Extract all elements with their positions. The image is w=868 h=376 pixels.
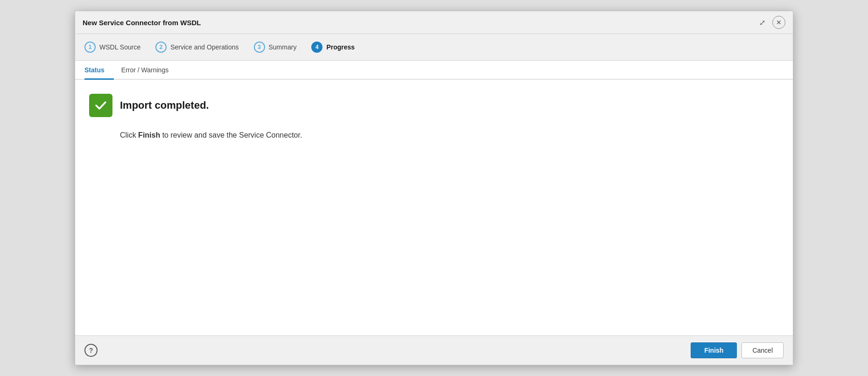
step-circle-2: 2 (155, 42, 167, 53)
step-label-3: Summary (269, 43, 297, 51)
step-circle-3: 3 (254, 42, 265, 53)
status-row: Import completed. (89, 94, 779, 117)
wizard-steps: 1 WSDL Source 2 Service and Operations 3… (75, 34, 793, 61)
footer-left: ? (84, 344, 98, 357)
finish-button[interactable]: Finish (691, 342, 737, 358)
step-label-1: WSDL Source (99, 43, 140, 51)
step-label-4: Progress (326, 43, 355, 51)
expand-icon: ⤢ (759, 18, 765, 27)
titlebar-actions: ⤢ ✕ (756, 16, 785, 29)
tabs-bar: Status Error / Warnings (75, 61, 793, 80)
cancel-button[interactable]: Cancel (742, 342, 784, 358)
footer-right: Finish Cancel (691, 342, 784, 358)
close-icon: ✕ (776, 19, 782, 26)
dialog-content: Status Error / Warnings Import completed… (75, 61, 793, 335)
description-bold: Finish (138, 131, 160, 139)
dialog-titlebar: New Service Connector from WSDL ⤢ ✕ (75, 11, 793, 34)
import-description: Click Finish to review and save the Serv… (120, 131, 779, 139)
help-button[interactable]: ? (84, 344, 98, 357)
description-suffix: to review and save the Service Connector… (160, 131, 302, 139)
wizard-step-2[interactable]: 2 Service and Operations (155, 42, 238, 53)
step-label-2: Service and Operations (170, 43, 238, 51)
wizard-step-1[interactable]: 1 WSDL Source (84, 42, 140, 53)
import-title: Import completed. (120, 94, 209, 117)
checkmark-svg (94, 99, 107, 112)
close-button[interactable]: ✕ (772, 16, 785, 29)
wizard-step-4[interactable]: 4 Progress (311, 42, 355, 53)
step-circle-4: 4 (311, 42, 322, 53)
help-icon: ? (89, 347, 93, 354)
step-circle-1: 1 (84, 42, 96, 53)
description-prefix: Click (120, 131, 138, 139)
success-icon (89, 94, 112, 117)
tab-content-status: Import completed. Click Finish to review… (75, 80, 793, 335)
wizard-step-3[interactable]: 3 Summary (254, 42, 297, 53)
dialog-footer: ? Finish Cancel (75, 335, 793, 365)
dialog-title: New Service Connector from WSDL (83, 19, 201, 27)
tab-status[interactable]: Status (84, 61, 114, 80)
dialog-window: New Service Connector from WSDL ⤢ ✕ 1 WS… (75, 11, 793, 365)
tab-errors[interactable]: Error / Warnings (121, 61, 178, 80)
expand-button[interactable]: ⤢ (756, 16, 769, 29)
